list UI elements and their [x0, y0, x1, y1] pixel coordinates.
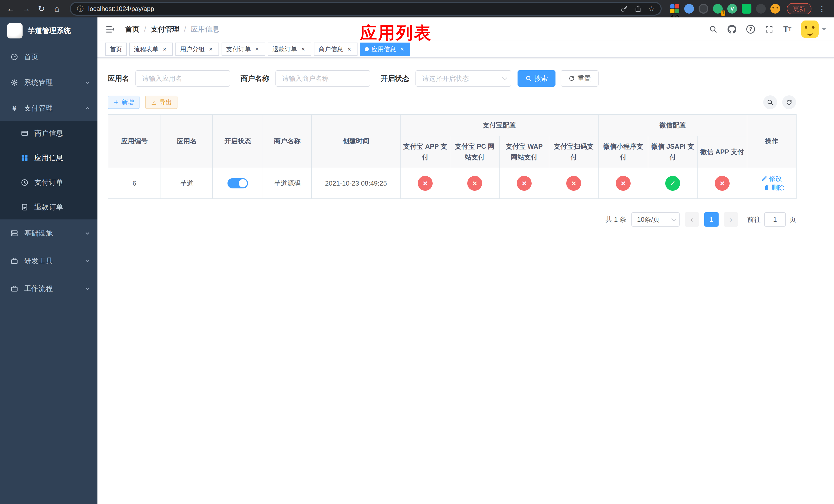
- browser-menu-icon[interactable]: ⋮: [816, 4, 828, 13]
- export-button[interactable]: 导出: [145, 96, 177, 109]
- gear-icon: [10, 78, 19, 87]
- tab-app-info[interactable]: 应用信息 ×: [360, 43, 410, 56]
- col-header-merchant: 商户名称: [263, 115, 312, 168]
- reset-button[interactable]: 重置: [561, 70, 598, 87]
- page-body: 应用名 商户名称 开启状态 请选择开启状态 搜索: [97, 58, 834, 504]
- tab-close-icon[interactable]: ×: [398, 46, 406, 53]
- help-icon[interactable]: ?: [746, 25, 755, 33]
- extension-icon[interactable]: 1: [713, 4, 723, 14]
- back-icon[interactable]: ←: [4, 2, 18, 15]
- tab-merchant-info[interactable]: 商户信息 ×: [314, 43, 357, 56]
- page-size-select[interactable]: 10条/页: [631, 212, 680, 227]
- table-row: 6 芋道 芋道源码 2021-10-23 08:49:25: [108, 168, 796, 199]
- sidebar-item-merchant-info[interactable]: 商户信息: [0, 121, 97, 145]
- tab-user-group[interactable]: 用户分组 ×: [175, 43, 219, 56]
- chevron-down-icon: [85, 258, 90, 264]
- status-toggle[interactable]: [227, 178, 248, 188]
- tab-close-icon[interactable]: ×: [254, 46, 261, 53]
- document-icon: [21, 203, 29, 211]
- bookmark-star-icon[interactable]: ☆: [648, 5, 655, 13]
- share-icon[interactable]: [634, 5, 642, 13]
- goto-prefix: 前往: [747, 215, 761, 224]
- tab-label: 首页: [110, 45, 122, 53]
- alipay-qr-status-icon: [566, 176, 581, 191]
- sidebar-logo[interactable]: 芋道管理系统: [0, 18, 97, 44]
- dashboard-icon: [10, 53, 19, 61]
- tab-close-icon[interactable]: ×: [161, 46, 168, 53]
- col-header-wx-app: 微信 APP 支付: [697, 136, 747, 168]
- address-bar[interactable]: ⓘ localhost:1024/pay/app ☆: [70, 2, 662, 16]
- search-button[interactable]: 搜索: [518, 70, 555, 87]
- extension-icon[interactable]: [684, 4, 694, 14]
- tab-process-form[interactable]: 流程表单 ×: [129, 43, 173, 56]
- refresh-button[interactable]: [782, 95, 796, 109]
- sidebar-toggle-icon[interactable]: [105, 24, 116, 35]
- tab-label: 退款订单: [272, 45, 297, 53]
- tab-home[interactable]: 首页: [105, 43, 127, 56]
- sidebar-item-devtools[interactable]: 研发工具: [0, 247, 97, 275]
- sidebar-item-system[interactable]: 系统管理: [0, 70, 97, 95]
- breadcrumb-payment[interactable]: 支付管理: [151, 24, 179, 34]
- sidebar-item-home[interactable]: 首页: [0, 44, 97, 70]
- sidebar-item-app-info[interactable]: 应用信息: [0, 145, 97, 170]
- tab-close-icon[interactable]: ×: [207, 46, 214, 53]
- add-button[interactable]: 新增: [108, 96, 139, 109]
- site-info-icon[interactable]: ⓘ: [77, 4, 84, 13]
- search-form: 应用名 商户名称 开启状态 请选择开启状态 搜索: [108, 70, 824, 87]
- sidebar-item-refund-order[interactable]: 退款订单: [0, 195, 97, 220]
- vue-devtools-icon[interactable]: V: [727, 4, 737, 14]
- extension-grid-icon[interactable]: 10: [670, 4, 680, 14]
- extensions-area: 10 1 V 更新 ⋮: [668, 3, 830, 14]
- delete-link[interactable]: 删除: [764, 183, 784, 192]
- prev-page-button[interactable]: ‹: [685, 212, 699, 227]
- tab-pay-order[interactable]: 支付订单 ×: [222, 43, 265, 56]
- goto-page-input[interactable]: [764, 212, 786, 227]
- col-header-alipay-wap: 支付宝 WAP 网站支付: [499, 136, 549, 168]
- sidebar-item-payment[interactable]: ¥ 支付管理: [0, 95, 97, 121]
- search-icon[interactable]: [709, 25, 718, 33]
- col-header-actions: 操作: [747, 115, 796, 168]
- delete-link-label: 删除: [771, 183, 784, 192]
- home-icon[interactable]: ⌂: [50, 2, 64, 15]
- toolbox-icon: [10, 257, 19, 265]
- browser-toolbar: ← → ↻ ⌂ ⓘ localhost:1024/pay/app ☆ 10: [0, 0, 834, 18]
- app-header: 首页 / 支付管理 / 应用信息 ?: [97, 18, 834, 41]
- fullscreen-icon[interactable]: [765, 25, 773, 33]
- toggle-search-button[interactable]: [763, 95, 777, 109]
- merchant-name-label: 商户名称: [241, 74, 269, 83]
- profile-avatar-icon[interactable]: [770, 4, 780, 14]
- tab-refund-order[interactable]: 退款订单 ×: [268, 43, 311, 56]
- reset-button-label: 重置: [577, 74, 591, 83]
- add-button-label: 新增: [122, 98, 134, 107]
- chevron-up-icon: [85, 105, 90, 111]
- github-icon[interactable]: [727, 25, 737, 34]
- extension-icon[interactable]: [756, 4, 766, 14]
- next-page-button[interactable]: ›: [724, 212, 738, 227]
- reload-icon[interactable]: ↻: [35, 2, 48, 15]
- col-header-created: 创建时间: [312, 115, 400, 168]
- password-key-icon[interactable]: [620, 5, 628, 13]
- extension-icon[interactable]: [699, 4, 708, 14]
- font-size-icon[interactable]: TT: [783, 25, 791, 34]
- yen-icon: ¥: [10, 104, 19, 112]
- tab-close-icon[interactable]: ×: [346, 46, 353, 53]
- update-button[interactable]: 更新: [787, 3, 811, 14]
- merchant-name-input[interactable]: [276, 70, 370, 87]
- user-menu[interactable]: [801, 21, 826, 38]
- tab-label: 商户信息: [319, 45, 343, 53]
- col-header-app-name: 应用名: [161, 115, 213, 168]
- tab-close-icon[interactable]: ×: [300, 46, 307, 53]
- alipay-wap-status-icon: [517, 176, 532, 191]
- page-number-active[interactable]: 1: [704, 212, 719, 227]
- app-name-input[interactable]: [135, 70, 230, 87]
- status-select[interactable]: 请选择开启状态: [415, 70, 511, 87]
- sidebar-item-infrastructure[interactable]: 基础设施: [0, 220, 97, 247]
- edit-link[interactable]: 修改: [762, 174, 782, 183]
- forward-icon[interactable]: →: [20, 2, 33, 15]
- extension-icon[interactable]: [742, 4, 751, 14]
- sidebar-item-pay-order[interactable]: 支付订单: [0, 170, 97, 195]
- breadcrumb-current: 应用信息: [191, 24, 220, 34]
- breadcrumb-home[interactable]: 首页: [125, 24, 139, 34]
- edit-link-label: 修改: [769, 174, 782, 183]
- sidebar-item-workflow[interactable]: 工作流程: [0, 275, 97, 302]
